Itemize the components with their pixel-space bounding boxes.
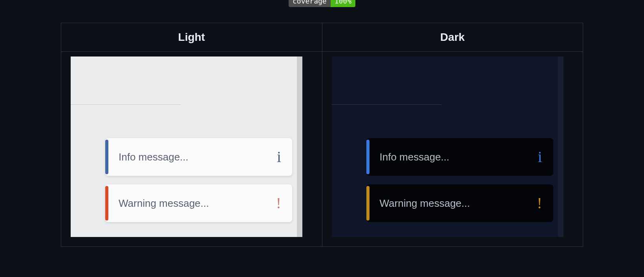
coverage-badge: coverage 100% xyxy=(289,0,355,7)
preview-pane-dark: Info message... i Warning message... ! xyxy=(332,56,564,237)
badge-row: coverage 100% xyxy=(0,0,644,7)
exclamation-icon: ! xyxy=(276,195,281,211)
accent-stripe xyxy=(366,140,370,174)
toast-warning: Warning message... ! xyxy=(366,184,553,222)
info-icon: i xyxy=(277,149,281,165)
column-header-light: Light xyxy=(61,23,322,52)
toast-warning: Warning message... ! xyxy=(105,184,292,222)
accent-stripe xyxy=(105,140,108,174)
toast-info: Info message... i xyxy=(366,138,553,176)
toast-label: Info message... xyxy=(380,151,450,163)
toast-stack: Info message... i Warning message... ! xyxy=(366,138,553,222)
preview-pane-light: Info message... i Warning message... ! xyxy=(71,56,302,237)
comparison-table: Light Dark Info message... i xyxy=(61,23,583,247)
accent-stripe xyxy=(105,186,108,221)
toast-label: Warning message... xyxy=(380,197,470,210)
cell-light: Info message... i Warning message... ! xyxy=(61,52,322,247)
exclamation-icon: ! xyxy=(537,195,542,211)
accent-stripe xyxy=(366,186,370,221)
scrollbar[interactable] xyxy=(558,56,564,237)
divider-line xyxy=(71,104,181,105)
toast-info: Info message... i xyxy=(105,138,292,176)
comparison-table-wrap: Light Dark Info message... i xyxy=(0,23,644,247)
info-icon: i xyxy=(538,149,542,165)
toast-stack: Info message... i Warning message... ! xyxy=(105,138,292,222)
badge-value: 100% xyxy=(331,0,355,7)
badge-label: coverage xyxy=(289,0,331,7)
divider-line xyxy=(332,104,442,105)
toast-label: Warning message... xyxy=(119,197,209,210)
cell-dark: Info message... i Warning message... ! xyxy=(322,52,583,247)
toast-label: Info message... xyxy=(119,151,188,163)
scrollbar[interactable] xyxy=(297,56,302,237)
column-header-dark: Dark xyxy=(322,23,583,52)
